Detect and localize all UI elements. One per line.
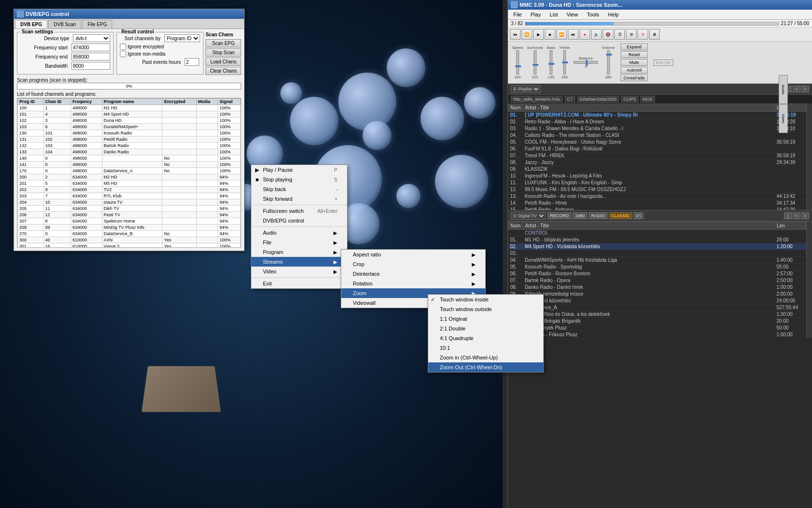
program-row[interactable]: 04. DunaW/M4Sports - KéH Nb Kézilabda Li… xyxy=(508,257,806,264)
freq-start-input[interactable] xyxy=(72,44,110,51)
playlist-item[interactable]: 01. [ UP ]POWERHITZ.COM - Ultimate 80's … xyxy=(508,112,806,119)
ctrl-skip-end[interactable]: ⏭ xyxy=(568,29,579,40)
device-type-select[interactable]: dvb-t: xyxy=(73,34,110,42)
tab-dvb-scan[interactable]: DVB Scan xyxy=(48,20,81,29)
channel-row[interactable]: 203 7 634000 RTL Klub 94% xyxy=(18,193,241,199)
menu-skip-back[interactable]: Skip back - xyxy=(251,184,347,194)
program-row[interactable]: 06. Petófi Radio - Rontom Bontom 2:57:00 xyxy=(508,270,806,277)
mmc-menu-view[interactable]: View xyxy=(565,11,580,18)
playlist-item[interactable]: 02. Retro Radio - Abba - I Have A Dream … xyxy=(508,119,806,125)
program-row[interactable]: 13. M5 HD - Bringás Brigantik 20:00 xyxy=(508,318,806,325)
program-row[interactable]: 07. Bartok Radio - Opera 2:50:00 xyxy=(508,277,806,284)
channel-row[interactable]: 300 40 610000 AXN Yes 100% xyxy=(18,237,241,243)
zoom-4-1[interactable]: 4:1 Quadruple xyxy=(428,333,543,343)
ctrl-mute[interactable]: 🔇 xyxy=(603,29,613,40)
stop-scan-button[interactable]: Stop Scan xyxy=(205,48,241,57)
autovol-button[interactable]: AutoVol xyxy=(621,67,648,74)
channel-row[interactable]: 201 5 634000 M5 HD 94% xyxy=(18,180,241,187)
program-row[interactable]: 08. Danko Radio - Dankó hírek 1:00:00 xyxy=(508,284,806,291)
menu-fullscreen[interactable]: Fullscreen switch Alt+Enter xyxy=(251,206,347,216)
streams-deinterlace[interactable]: Deinterlace ▶ xyxy=(341,269,485,279)
ctrl-record[interactable]: ● xyxy=(580,29,590,40)
zoom-1-1[interactable]: 1:1 Original xyxy=(428,314,543,324)
path-folder1[interactable]: SztarbanSztar2020 xyxy=(577,96,619,103)
zoom-out[interactable]: Zoom Out (Ctrl-Wheel-Dn) xyxy=(428,362,543,372)
playlist-item[interactable]: 05. COOL FM - Honeybeast - Utolso Nagy S… xyxy=(508,139,806,146)
digital-tv-nav-next[interactable]: > xyxy=(801,212,809,219)
audio-tab-label[interactable]: Audio xyxy=(779,75,788,104)
mute-button[interactable]: Mute xyxy=(621,59,648,66)
playlist-nav-prev[interactable]: < xyxy=(793,86,800,92)
mmc-menu-help[interactable]: Help xyxy=(607,11,621,18)
program-row[interactable]: 10. Parlamenti közvetítés 24:00:00 xyxy=(508,298,806,304)
playlist-item[interactable]: 04. Callisto Radio - The internet Statio… xyxy=(508,132,806,139)
volume-slider-track[interactable] xyxy=(607,50,610,75)
bass-slider-track[interactable] xyxy=(550,50,552,75)
path-mux[interactable]: MUX xyxy=(640,96,655,103)
channel-row[interactable]: 208 99 634000 MinDig TV Plusz Info 94% xyxy=(18,224,241,231)
playlist-item[interactable]: 09. KLASSZIK xyxy=(508,166,806,173)
menu-skip-forward[interactable]: Skip forward + xyxy=(251,194,347,204)
load-chans-button[interactable]: Load Chans xyxy=(205,58,241,66)
tab-dvb-epg[interactable]: DVB EPG xyxy=(15,20,47,29)
menu-exit[interactable]: Exit xyxy=(251,279,347,288)
playlist-item[interactable]: 15. Petófi Radio - Nolturno 14:47:20 xyxy=(508,207,806,210)
zoom-2-1[interactable]: 2:1 Double xyxy=(428,324,543,333)
menu-play-pause[interactable]: ▶ Play / Pause P xyxy=(251,165,347,175)
ctrl-skip-start[interactable]: ⏮ xyxy=(510,29,521,40)
expand-button[interactable]: Expand xyxy=(621,44,648,50)
channel-row[interactable]: 202 9 634000 TV2 94% xyxy=(18,187,241,193)
ctrl-monitor[interactable]: 🖥 xyxy=(649,29,660,40)
channel-row[interactable]: 205 11 634000 Dikh TV 94% xyxy=(18,206,241,212)
channel-row[interactable]: 130 101 498000 Kossuth Radio 100% xyxy=(18,130,241,136)
path-drive[interactable]: C:\ xyxy=(565,96,575,103)
ctrl-stop[interactable]: ■ xyxy=(545,29,555,40)
playlist-item[interactable]: 11. LUXFUNK - Kim English - Kim English … xyxy=(508,179,806,186)
scan-epg-button[interactable]: Scan EPG xyxy=(205,39,241,47)
bandwidth-input[interactable] xyxy=(72,62,110,70)
playlist-item[interactable]: 13. Kossuth Radio - Az este I hazigazda.… xyxy=(508,193,806,200)
channel-row[interactable]: 140 0 498000 No 100% xyxy=(18,155,241,162)
channel-row[interactable]: 103 6 498000 DunaW/M4Sport+ 100% xyxy=(18,124,241,130)
streams-aspect-ratio[interactable]: Aspect ratio ▶ xyxy=(341,250,485,259)
playlist-item[interactable]: 14. Petófi Radio - Hírek 34:17:34 xyxy=(508,200,806,207)
program-row[interactable]: 09. Szlovák nemzetiségi müsor 2:00:00 xyxy=(508,291,806,298)
path-clips[interactable]: CLIPS xyxy=(621,96,638,103)
menu-video[interactable]: Video ▶ xyxy=(251,267,347,276)
channel-row[interactable]: 170 0 498000 DataService_A No 100% xyxy=(18,168,241,174)
zoom-touch-inside[interactable]: ✓ Touch window inside xyxy=(428,295,543,304)
playlist-item[interactable]: 03. Radio 1 - Shawn Mendes & Camila Cabe… xyxy=(508,125,806,132)
program-row[interactable]: 02. M4 Sport HD - Vízilabda közvetítés 1… xyxy=(508,243,806,250)
ignore-non-media-checkbox[interactable] xyxy=(120,51,126,57)
record-tag-path[interactable]: 0:\ xyxy=(634,212,643,219)
playlist-dropdown[interactable]: 9: Playlist xyxy=(511,85,540,93)
channel-row[interactable]: 131 102 498000 Petófi Radio 100% xyxy=(18,136,241,143)
menu-program[interactable]: Program ▶ xyxy=(251,247,347,257)
menu-audio[interactable]: Audio ▶ xyxy=(251,228,347,238)
channels-table-scroll[interactable]: Prog ID Chan ID Freqency Program name En… xyxy=(17,98,241,248)
record-tag-radio[interactable]: RADIO xyxy=(589,212,608,219)
ctrl-playlist[interactable]: ☰ xyxy=(614,29,625,40)
channel-row[interactable]: 270 0 634000 DataService_B No 94% xyxy=(18,231,241,237)
digital-tv-dropdown[interactable]: 0: Digital TV xyxy=(511,212,546,220)
surround-slider-track[interactable] xyxy=(534,50,536,75)
zoom-10-1[interactable]: 10:1 xyxy=(428,343,543,353)
channel-row[interactable]: 133 104 498000 Danko Radio 100% xyxy=(18,149,241,155)
ctrl-prev[interactable]: ⏪ xyxy=(522,29,532,40)
channel-row[interactable]: 204 10 634000 Izaura TV 94% xyxy=(18,199,241,206)
ctrl-volume-down[interactable]: 🔉 xyxy=(591,29,602,40)
record-tag-classic[interactable]: CLASSIC xyxy=(609,212,633,219)
reset-button[interactable]: Reset xyxy=(621,51,648,58)
sort-select[interactable]: Program ID xyxy=(164,34,200,42)
ctrl-close[interactable]: ✕ xyxy=(638,29,648,40)
program-row[interactable]: 12. M2 HD - Rico és Oskar, a kis detektí… xyxy=(508,311,806,318)
fout-fin-label[interactable]: fOut | fIn xyxy=(653,60,673,66)
channel-row[interactable]: 102 3 498000 Duna HD 100% xyxy=(18,118,241,124)
digital-tv-nav-prev[interactable]: < xyxy=(793,212,800,219)
playlist-item[interactable]: 07. Trend FM - HÍREK 36:58:19 xyxy=(508,152,806,159)
digital-tv-nav-pipe[interactable]: | xyxy=(784,212,792,219)
program-row[interactable]: 14. TV2 - Tények Plusz 50:00 xyxy=(508,325,806,331)
mmc-menu-file[interactable]: File xyxy=(512,11,523,18)
past-events-input[interactable] xyxy=(185,58,199,66)
ctrl-ff[interactable]: ⏩ xyxy=(556,29,567,40)
